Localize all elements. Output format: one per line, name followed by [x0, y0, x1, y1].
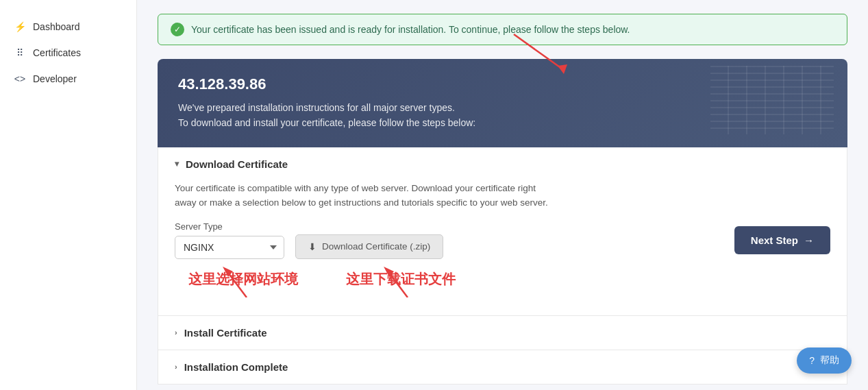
download-section-body: Your certificate is compatible with any …	[175, 170, 830, 304]
question-icon: ?	[809, 355, 815, 366]
complete-section-header[interactable]: › Installation Complete	[175, 361, 830, 373]
main-content: ✓ Your certificate has been issued and i…	[137, 0, 868, 390]
help-button[interactable]: ? 帮助	[797, 348, 852, 374]
success-banner: ✓ Your certificate has been issued and i…	[158, 14, 847, 45]
download-and-next-row: Server Type NGINX Apache IIS cPanel Othe…	[175, 221, 830, 259]
chevron-right-icon: ›	[175, 328, 177, 337]
sidebar: ⚡ Dashboard ⠿ Certificates <> Developer	[0, 0, 137, 390]
download-icon: ⬇	[308, 241, 317, 252]
download-description: Your certificate is compatible with any …	[175, 181, 830, 210]
sidebar-item-certificates[interactable]: ⠿ Certificates	[0, 40, 136, 66]
sidebar-item-developer[interactable]: <> Developer	[0, 66, 136, 92]
download-btn-label: Download Certificate (.zip)	[322, 241, 430, 252]
content-card: ▾ Download Certificate Your certificate …	[158, 147, 847, 385]
sidebar-item-dashboard[interactable]: ⚡ Dashboard	[0, 14, 136, 40]
arrow-right-icon: →	[804, 234, 814, 246]
download-row: Server Type NGINX Apache IIS cPanel Othe…	[175, 221, 443, 259]
complete-section-title: Installation Complete	[184, 361, 288, 373]
server-type-label: Server Type	[175, 221, 284, 232]
download-section: ▾ Download Certificate Your certificate …	[158, 147, 847, 316]
server-ip: 43.128.39.86	[178, 75, 827, 93]
download-section-title: Download Certificate	[186, 158, 288, 170]
grid-icon: ⠿	[14, 47, 26, 59]
header-card: 43.128.39.86 We've prepared installation…	[158, 59, 847, 147]
annotation-left-text: 这里选择网站环境	[188, 270, 298, 289]
next-step-button[interactable]: Next Step →	[734, 226, 830, 254]
server-type-select[interactable]: NGINX Apache IIS cPanel Other	[175, 236, 284, 259]
chevron-down-icon: ▾	[175, 159, 179, 169]
install-section-header[interactable]: › Install Certificate	[175, 327, 830, 339]
install-section: › Install Certificate	[158, 316, 847, 350]
annotation-right-text: 这里下载证书文件	[346, 270, 456, 289]
sidebar-label-dashboard: Dashboard	[33, 21, 80, 32]
annotation-area: 这里选择网站环境 这里下载证书文件	[175, 263, 830, 297]
download-certificate-button[interactable]: ⬇ Download Certificate (.zip)	[295, 234, 443, 259]
success-check-icon: ✓	[171, 23, 184, 36]
lightning-icon: ⚡	[14, 21, 26, 33]
next-step-label: Next Step	[751, 234, 798, 246]
header-line2: To download and install your certificate…	[178, 115, 827, 130]
header-line1: We've prepared installation instructions…	[178, 100, 827, 115]
help-label: 帮助	[820, 354, 839, 367]
sidebar-label-certificates: Certificates	[33, 47, 81, 58]
chevron-right-icon-2: ›	[175, 363, 177, 371]
install-section-title: Install Certificate	[184, 327, 267, 339]
download-section-header[interactable]: ▾ Download Certificate	[175, 158, 830, 170]
success-message: Your certificate has been issued and is …	[191, 24, 630, 35]
sidebar-label-developer: Developer	[33, 73, 77, 84]
server-type-field: Server Type NGINX Apache IIS cPanel Othe…	[175, 221, 284, 259]
complete-section: › Installation Complete	[158, 350, 847, 384]
code-icon: <>	[14, 73, 26, 85]
